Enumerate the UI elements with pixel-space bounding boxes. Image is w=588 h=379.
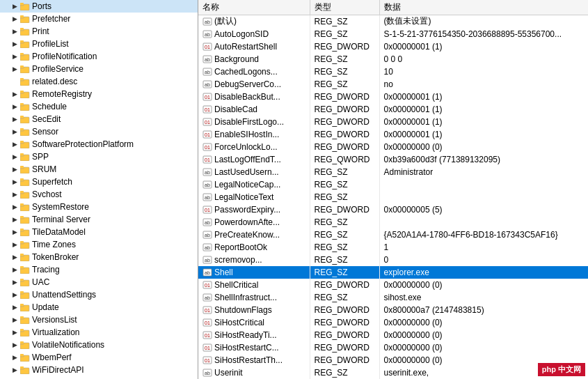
value-row-19[interactable]: abscremovop...REG_SZ0 bbox=[198, 254, 588, 266]
tree-item-windows[interactable]: Windows bbox=[0, 376, 198, 379]
tree-item-uac[interactable]: UAC bbox=[0, 276, 198, 288]
value-row-13[interactable]: abLegalNoticeCap...REG_SZ bbox=[198, 178, 588, 191]
tree-item-related_desc[interactable]: related.desc bbox=[0, 75, 198, 88]
value-row-11[interactable]: 01LastLogOffEndT...REG_QWORD0xb39a600d3f… bbox=[198, 153, 588, 166]
tree-item-profilenotification[interactable]: ProfileNotification bbox=[0, 50, 198, 63]
tree-arrow-timezones[interactable] bbox=[10, 240, 19, 249]
reg-value-icon-14: ab bbox=[202, 193, 212, 201]
tree-arrow-ports[interactable] bbox=[10, 1, 19, 11]
tree-arrow-wifidirectapi[interactable] bbox=[10, 365, 19, 375]
value-row-3[interactable]: abBackgroundREG_SZ0 0 0 bbox=[198, 53, 588, 65]
value-row-9[interactable]: 01EnableSIHostIn...REG_DWORD0x00000001 (… bbox=[198, 128, 588, 141]
registry-tree[interactable]: Ports Prefetcher Print ProfileList Profi… bbox=[0, 0, 198, 379]
value-row-18[interactable]: abReportBootOkREG_SZ1 bbox=[198, 241, 588, 254]
tree-arrow-unattendsettings[interactable] bbox=[10, 290, 19, 300]
tree-item-update[interactable]: Update bbox=[0, 301, 198, 314]
tree-arrow-profileservice[interactable] bbox=[10, 64, 19, 74]
tree-item-systemrestore[interactable]: SystemRestore bbox=[0, 201, 198, 213]
value-row-12[interactable]: abLastUsedUsern...REG_SZAdministrator bbox=[198, 166, 588, 178]
tree-arrow-terminalserver[interactable] bbox=[10, 215, 19, 224]
tree-item-spp[interactable]: SPP bbox=[0, 150, 198, 163]
tree-arrow-profilenotification[interactable] bbox=[10, 52, 19, 61]
value-row-5[interactable]: abDebugServerCo...REG_SZno bbox=[198, 78, 588, 91]
value-row-8[interactable]: 01DisableFirstLogo...REG_DWORD0x00000001… bbox=[198, 116, 588, 128]
tree-item-versionslist[interactable]: VersionsList bbox=[0, 314, 198, 326]
value-row-10[interactable]: 01ForceUnlockLo...REG_DWORD0x00000000 (0… bbox=[198, 141, 588, 153]
tree-arrow-tiledatamodel[interactable] bbox=[10, 227, 19, 237]
tree-arrow-sensor[interactable] bbox=[10, 127, 19, 137]
tree-item-print[interactable]: Print bbox=[0, 25, 198, 38]
tree-arrow-profilelist[interactable] bbox=[10, 39, 19, 49]
tree-arrow-related_desc[interactable] bbox=[10, 77, 19, 86]
tree-arrow-print[interactable] bbox=[10, 26, 19, 36]
value-row-16[interactable]: abPowerdownAfte...REG_SZ bbox=[198, 216, 588, 229]
tree-arrow-spp[interactable] bbox=[10, 152, 19, 162]
value-row-14[interactable]: abLegalNoticeTextREG_SZ bbox=[198, 191, 588, 203]
tree-item-virtualization[interactable]: Virtualization bbox=[0, 326, 198, 339]
value-row-24[interactable]: 01SiHostCriticalREG_DWORD0x00000000 (0) bbox=[198, 316, 588, 329]
tree-item-ports[interactable]: Ports bbox=[0, 0, 198, 13]
tree-arrow-srum[interactable] bbox=[10, 164, 19, 174]
tree-item-srum[interactable]: SRUM bbox=[0, 163, 198, 176]
tree-item-timezones[interactable]: Time Zones bbox=[0, 238, 198, 251]
tree-arrow-secedit[interactable] bbox=[10, 114, 19, 124]
value-row-17[interactable]: abPreCreateKnow...REG_SZ{A520A1A4-1780-4… bbox=[198, 229, 588, 241]
tree-arrow-systemrestore[interactable] bbox=[10, 202, 19, 212]
value-name-1: abAutoLogonSID bbox=[198, 28, 310, 40]
value-row-1[interactable]: abAutoLogonSIDREG_SZS-1-5-21-3776154350-… bbox=[198, 28, 588, 40]
tree-arrow-remoteregistry[interactable] bbox=[10, 89, 19, 99]
value-row-15[interactable]: 01PasswordExpiry...REG_DWORD0x00000005 (… bbox=[198, 203, 588, 216]
tree-item-unattendsettings[interactable]: UnattendSettings bbox=[0, 288, 198, 301]
col-header-name[interactable]: 名称 bbox=[198, 0, 310, 15]
value-row-2[interactable]: 01AutoRestartShellREG_DWORD0x00000001 (1… bbox=[198, 40, 588, 53]
value-row-21[interactable]: 01ShellCriticalREG_DWORD0x00000000 (0) bbox=[198, 279, 588, 291]
tree-item-schedule[interactable]: Schedule bbox=[0, 100, 198, 113]
tree-item-superfetch[interactable]: Superfetch bbox=[0, 176, 198, 188]
tree-arrow-wbemperf[interactable] bbox=[10, 353, 19, 362]
tree-arrow-prefetcher[interactable] bbox=[10, 14, 19, 24]
tree-arrow-uac[interactable] bbox=[10, 277, 19, 287]
tree-item-tracing[interactable]: Tracing bbox=[0, 263, 198, 276]
value-row-0[interactable]: ab(默认)REG_SZ(数值未设置) bbox=[198, 15, 588, 28]
tree-item-prefetcher[interactable]: Prefetcher bbox=[0, 13, 198, 25]
tree-arrow-softwareprotectionplatform[interactable] bbox=[10, 139, 19, 149]
tree-item-wifidirectapi[interactable]: WiFiDirectAPI bbox=[0, 364, 198, 376]
col-header-type[interactable]: 类型 bbox=[310, 0, 379, 15]
col-header-value[interactable]: 数据 bbox=[379, 0, 588, 15]
tree-item-terminalserver[interactable]: Terminal Server bbox=[0, 213, 198, 226]
reg-value-icon-23: 01 bbox=[202, 306, 212, 314]
value-row-26[interactable]: 01SiHostRestartC...REG_DWORD0x00000000 (… bbox=[198, 341, 588, 354]
tree-arrow-versionslist[interactable] bbox=[10, 315, 19, 325]
value-row-28[interactable]: abUserinitREG_SZuserinit.exe, bbox=[198, 366, 588, 379]
tree-arrow-schedule[interactable] bbox=[10, 102, 19, 111]
value-row-22[interactable]: abShellInfrastruct...REG_SZsihost.exe bbox=[198, 291, 588, 304]
tree-item-tiledatamodel[interactable]: TileDataModel bbox=[0, 226, 198, 238]
tree-arrow-virtualization[interactable] bbox=[10, 327, 19, 337]
tree-arrow-tokenbroker[interactable] bbox=[10, 252, 19, 262]
value-row-6[interactable]: 01DisableBackBut...REG_DWORD0x00000001 (… bbox=[198, 91, 588, 103]
tree-item-tokenbroker[interactable]: TokenBroker bbox=[0, 251, 198, 263]
value-row-23[interactable]: 01ShutdownFlagsREG_DWORD0x800000a7 (2147… bbox=[198, 304, 588, 316]
tree-item-svchost[interactable]: Svchost bbox=[0, 188, 198, 201]
value-row-20[interactable]: abShellREG_SZexplorer.exe bbox=[198, 266, 588, 279]
value-row-7[interactable]: 01DisableCadREG_DWORD0x00000001 (1) bbox=[198, 103, 588, 116]
tree-arrow-superfetch[interactable] bbox=[10, 177, 19, 187]
value-data-0: (数值未设置) bbox=[379, 15, 588, 28]
tree-item-sensor[interactable]: Sensor bbox=[0, 125, 198, 138]
tree-item-profilelist[interactable]: ProfileList bbox=[0, 38, 198, 50]
tree-item-secedit[interactable]: SecEdit bbox=[0, 113, 198, 125]
tree-item-volatilenotifications[interactable]: VolatileNotifications bbox=[0, 339, 198, 351]
tree-item-remoteregistry[interactable]: RemoteRegistry bbox=[0, 88, 198, 100]
value-row-27[interactable]: 01SiHostRestartTh...REG_DWORD0x00000000 … bbox=[198, 354, 588, 366]
value-row-4[interactable]: abCachedLogons...REG_SZ10 bbox=[198, 65, 588, 78]
tree-item-profileservice[interactable]: ProfileService bbox=[0, 63, 198, 75]
tree-arrow-update[interactable] bbox=[10, 302, 19, 312]
tree-arrow-tracing[interactable] bbox=[10, 265, 19, 274]
tree-arrow-svchost[interactable] bbox=[10, 190, 19, 199]
values-table-wrapper[interactable]: 名称 类型 数据 ab(默认)REG_SZ(数值未设置)abAutoLogonS… bbox=[198, 0, 588, 379]
tree-item-softwareprotectionplatform[interactable]: SoftwareProtectionPlatform bbox=[0, 138, 198, 150]
tree-arrow-volatilenotifications[interactable] bbox=[10, 340, 19, 350]
tree-item-wbemperf[interactable]: WbemPerf bbox=[0, 351, 198, 364]
value-row-25[interactable]: 01SiHostReadyTi...REG_DWORD0x00000000 (0… bbox=[198, 329, 588, 341]
folder-icon-profilenotification bbox=[19, 52, 31, 61]
